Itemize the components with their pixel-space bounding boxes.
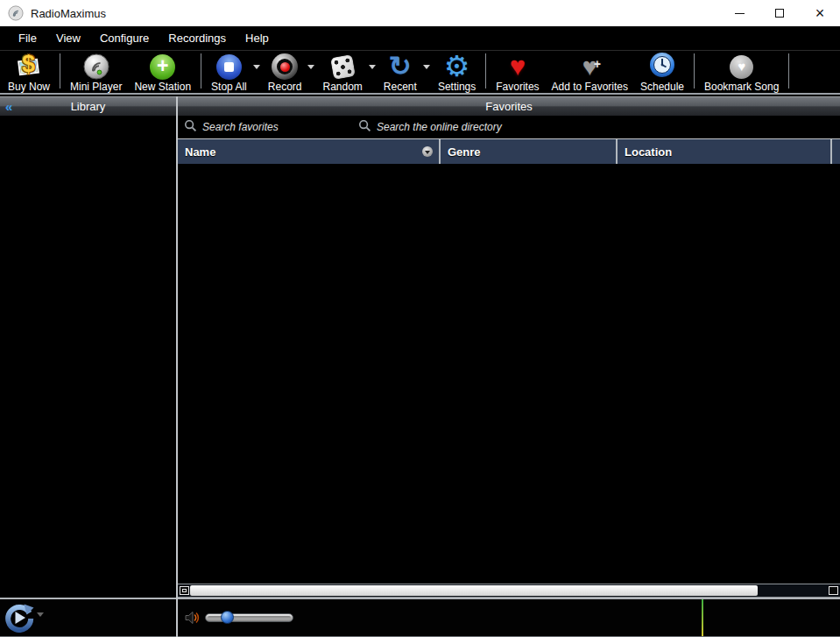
volume-thumb[interactable] (221, 611, 234, 624)
play-recent-station-button[interactable] (4, 603, 34, 633)
random-button[interactable]: Random (316, 51, 368, 93)
new-station-icon: + (150, 54, 175, 80)
add-to-favorites-label: Add to Favorites (552, 81, 628, 93)
favorites-label: Favorites (496, 81, 539, 93)
panel-divider[interactable] (176, 96, 178, 637)
recent-button[interactable]: ↻ Recent (378, 51, 423, 93)
search-favorites-input[interactable] (202, 121, 334, 133)
favorites-button[interactable]: ♥ Favorites (490, 51, 545, 93)
record-icon (272, 53, 298, 80)
library-panel-title: Library (0, 100, 176, 113)
toolbar-separator (694, 53, 695, 88)
random-label: Random (322, 81, 362, 93)
gear-icon: ⚙ (444, 53, 470, 80)
minimize-button[interactable] (719, 0, 759, 26)
favorites-panel: Favorites (178, 96, 840, 598)
search-icon (358, 119, 371, 136)
menu-recordings[interactable]: Recordings (159, 28, 236, 48)
record-button[interactable]: Record (262, 51, 308, 93)
window-controls: × (719, 0, 840, 26)
dice-icon (330, 54, 356, 80)
library-tree[interactable] (0, 116, 176, 598)
search-row (178, 116, 840, 138)
mini-player-button[interactable]: Mini Player (64, 51, 128, 93)
search-favorites-field[interactable] (184, 116, 334, 138)
schedule-button[interactable]: Schedule (634, 51, 690, 93)
menu-configure[interactable]: Configure (90, 28, 159, 48)
mini-player-icon (83, 53, 109, 80)
toolbar-separator (201, 53, 201, 88)
collapse-panel-icon[interactable]: « (5, 97, 11, 116)
main-area: « Library Favorites (0, 96, 840, 598)
favorites-panel-title: Favorites (178, 100, 840, 113)
column-label: Name (185, 145, 215, 159)
scrollbar-thumb[interactable] (190, 585, 758, 596)
toolbar-separator (788, 53, 789, 88)
column-header-location[interactable]: Location (618, 139, 832, 164)
toolbar: $ Buy Now Mini Player (0, 51, 840, 95)
new-station-label: New Station (134, 81, 191, 93)
speaker-icon[interactable] (183, 609, 201, 626)
menu-file[interactable]: File (9, 28, 46, 48)
stop-all-dropdown-icon[interactable] (253, 65, 260, 69)
schedule-label: Schedule (640, 81, 684, 93)
scrollbar-right-button[interactable] (829, 586, 838, 595)
recent-circular-arrow-icon: ↻ (389, 53, 412, 80)
menu-help[interactable]: Help (236, 28, 279, 48)
column-label: Location (625, 145, 672, 159)
settings-button[interactable]: ⚙ Settings (432, 51, 482, 93)
scrollbar-left-button[interactable] (180, 586, 189, 595)
bookmark-song-button[interactable]: ♥ Bookmark Song (698, 51, 785, 93)
library-panel-header: « Library (0, 96, 176, 116)
maximize-icon (775, 9, 784, 18)
close-button[interactable]: × (800, 0, 840, 26)
record-label: Record (268, 81, 302, 93)
settings-label: Settings (438, 81, 476, 93)
stop-all-icon (216, 54, 242, 80)
close-icon: × (815, 5, 825, 21)
column-header-name[interactable]: Name (178, 139, 441, 164)
toolbar-separator (60, 53, 60, 88)
circular-arrow-play-icon (4, 603, 34, 633)
maximize-button[interactable] (759, 0, 800, 26)
level-meter (702, 599, 703, 636)
play-recent-dropdown-icon[interactable] (37, 612, 44, 617)
bookmark-song-label: Bookmark Song (704, 81, 779, 93)
random-dropdown-icon[interactable] (369, 65, 376, 69)
gray-circle-heart-icon: ♥ (730, 55, 753, 79)
volume-slider[interactable] (205, 613, 293, 622)
recent-dropdown-icon[interactable] (423, 65, 430, 69)
favorites-panel-header: Favorites (178, 96, 840, 116)
clock-icon (649, 52, 675, 81)
stop-all-button[interactable]: Stop All (205, 51, 253, 93)
sort-icon[interactable] (422, 146, 433, 157)
player-bar (0, 598, 840, 637)
search-directory-field[interactable] (358, 116, 526, 138)
library-panel: « Library (0, 96, 176, 598)
toolbar-separator (485, 53, 486, 88)
stations-table-body[interactable] (178, 164, 840, 584)
search-directory-input[interactable] (377, 121, 526, 133)
title-bar: RadioMaximus × (0, 0, 840, 26)
column-label: Genre (448, 145, 481, 159)
buy-now-icon: $ (15, 53, 43, 80)
column-header-genre[interactable]: Genre (441, 139, 618, 164)
menu-bar: File View Configure Recordings Help (0, 26, 840, 51)
gray-heart-plus-icon: ♥+ (582, 53, 597, 80)
app-icon (8, 5, 24, 21)
window-title: RadioMaximus (31, 7, 106, 20)
add-to-favorites-button[interactable]: ♥+ Add to Favorites (546, 51, 634, 93)
recent-label: Recent (384, 81, 417, 93)
search-icon (184, 119, 197, 136)
record-dropdown-icon[interactable] (307, 65, 314, 69)
mini-player-label: Mini Player (70, 81, 122, 93)
stop-all-label: Stop All (211, 81, 247, 93)
menu-view[interactable]: View (46, 28, 90, 48)
minimize-icon (735, 13, 745, 14)
stations-table-header: Name Genre Location (178, 138, 840, 164)
red-heart-icon: ♥ (510, 53, 526, 80)
horizontal-scrollbar (178, 584, 840, 598)
new-station-button[interactable]: + New Station (128, 51, 197, 93)
column-header-spacer (832, 139, 840, 164)
buy-now-button[interactable]: $ Buy Now (2, 51, 56, 93)
